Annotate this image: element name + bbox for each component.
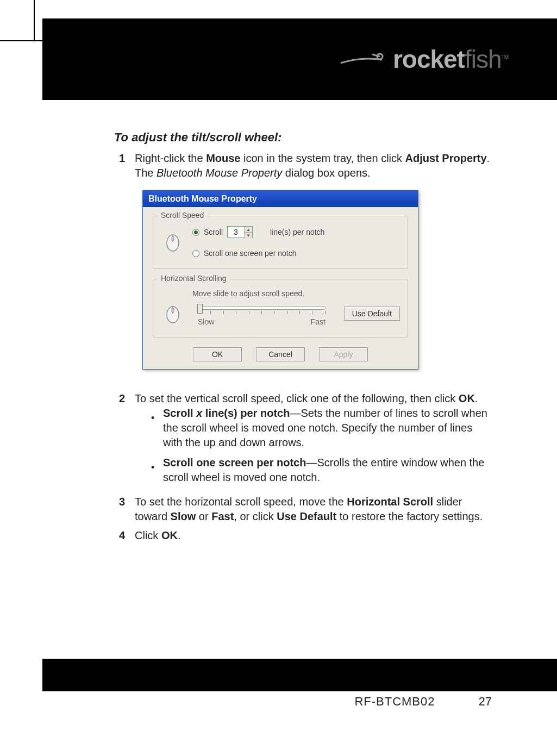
lines-spinner-input[interactable] xyxy=(228,227,244,238)
section-heading: To adjust the tilt/scroll wheel: xyxy=(114,130,495,145)
text: . xyxy=(475,392,478,404)
text: dialog box opens. xyxy=(282,167,370,179)
cancel-button[interactable]: Cancel xyxy=(256,347,305,361)
header-bar: rocketfishTM xyxy=(42,18,557,100)
horizontal-slider[interactable]: Slow Fast xyxy=(192,301,331,326)
label-ok: OK xyxy=(161,529,178,541)
text: to restore the factory settings. xyxy=(336,510,483,522)
step-body: To set the horizontal scroll speed, move… xyxy=(135,495,495,524)
bullet-label: Scroll one screen per notch xyxy=(163,457,306,468)
step-3: 3 To set the horizontal scroll speed, mo… xyxy=(114,495,495,524)
step-body: To set the vertical scroll speed, click … xyxy=(135,391,495,490)
groupbox-horizontal-scrolling: Horizontal Scrolling Move slide to adjus… xyxy=(153,279,408,338)
groupbox-legend: Scroll Speed xyxy=(158,211,207,220)
bullet-dot-icon xyxy=(151,406,157,450)
italic-x: x xyxy=(196,407,202,419)
step-number: 1 xyxy=(114,151,125,180)
radio-scroll-lines-label: Scroll xyxy=(204,228,223,236)
slider-label-fast: Fast xyxy=(311,317,326,326)
footer-text: RF-BTCMB02 27 xyxy=(42,695,557,709)
dialog-titlebar[interactable]: Bluetooth Mouse Property xyxy=(143,191,418,207)
svg-rect-6 xyxy=(172,308,174,313)
rocket-swoosh-icon xyxy=(340,51,389,67)
lines-spinner[interactable]: ▲ ▼ xyxy=(227,226,253,238)
label-horizontal-scroll: Horizontal Scroll xyxy=(347,496,433,508)
text: Click xyxy=(135,529,161,541)
bluetooth-mouse-property-dialog: Bluetooth Mouse Property Scroll Speed xyxy=(142,190,418,370)
brand-logo: rocketfishTM xyxy=(340,45,508,74)
radio-scroll-screen[interactable] xyxy=(192,250,199,257)
bullet-dot-icon xyxy=(151,455,157,485)
text: Right-click the xyxy=(135,152,206,164)
dialog-name-italic: Bluetooth Mouse Property xyxy=(157,167,282,179)
slider-thumb[interactable] xyxy=(197,304,203,314)
radio-scroll-lines-row: Scroll ▲ ▼ line(s) per notch xyxy=(192,226,400,238)
spinner-down-icon[interactable]: ▼ xyxy=(245,233,252,239)
lines-suffix-label: line(s) per notch xyxy=(270,228,324,236)
content-area: To adjust the tilt/scroll wheel: 1 Right… xyxy=(114,130,495,547)
brand-text-fish: fish xyxy=(465,45,502,73)
use-default-button[interactable]: Use Default xyxy=(344,307,400,321)
page-number: 27 xyxy=(479,695,492,709)
mouse-icon xyxy=(161,230,185,254)
bullet-item: Scroll one screen per notch—Scrolls the … xyxy=(151,455,495,485)
step-number: 3 xyxy=(114,495,125,524)
footer-bar xyxy=(42,659,557,691)
text: To set the horizontal scroll speed, move… xyxy=(135,496,347,508)
label-ok: OK xyxy=(459,392,475,404)
bullet-item: Scroll x line(s) per notch—Sets the numb… xyxy=(151,406,495,450)
text: or xyxy=(196,510,211,522)
groupbox-legend: Horizontal Scrolling xyxy=(158,274,230,283)
radio-scroll-screen-row: Scroll one screen per notch xyxy=(192,249,400,258)
label-use-default: Use Default xyxy=(277,510,336,522)
slider-label-slow: Slow xyxy=(198,317,214,326)
label-mouse: Mouse xyxy=(206,152,240,164)
radio-scroll-lines[interactable] xyxy=(192,229,199,236)
dialog-body: Scroll Speed Scroll xyxy=(143,207,418,369)
groupbox-scroll-speed: Scroll Speed Scroll xyxy=(153,216,408,269)
step-number: 4 xyxy=(114,528,125,543)
label-fast: Fast xyxy=(211,510,234,522)
spinner-up-icon[interactable]: ▲ xyxy=(245,227,252,233)
step-body: Right-click the Mouse icon in the system… xyxy=(135,151,495,180)
model-number: RF-BTCMB02 xyxy=(354,695,435,709)
mouse-icon xyxy=(161,302,185,326)
page-top-rule-vertical xyxy=(34,0,35,41)
dialog-button-row: OK Cancel Apply xyxy=(153,347,408,361)
svg-rect-3 xyxy=(172,236,174,241)
step-1: 1 Right-click the Mouse icon in the syst… xyxy=(114,151,495,180)
text: icon in the system tray, then click xyxy=(241,152,405,164)
slider-ticks xyxy=(198,311,326,314)
radio-scroll-screen-label: Scroll one screen per notch xyxy=(204,249,296,258)
step-2: 2 To set the vertical scroll speed, clic… xyxy=(114,391,495,490)
brand-text-rocket: rocket xyxy=(393,45,465,73)
horizontal-instruction: Move slide to adjust scroll speed. xyxy=(192,289,400,298)
text: To set the vertical scroll speed, click … xyxy=(135,392,459,404)
label-slow: Slow xyxy=(171,510,196,522)
step-body: Click OK. xyxy=(135,528,495,543)
apply-button[interactable]: Apply xyxy=(319,347,368,361)
ok-button[interactable]: OK xyxy=(193,347,242,361)
step-number: 2 xyxy=(114,391,125,490)
text: , or click xyxy=(234,510,277,522)
slider-track[interactable] xyxy=(198,307,326,310)
text: . xyxy=(178,529,181,541)
step-4: 4 Click OK. xyxy=(114,528,495,543)
brand-tm: TM xyxy=(502,54,508,60)
label-adjust-property: Adjust Property xyxy=(405,152,487,164)
